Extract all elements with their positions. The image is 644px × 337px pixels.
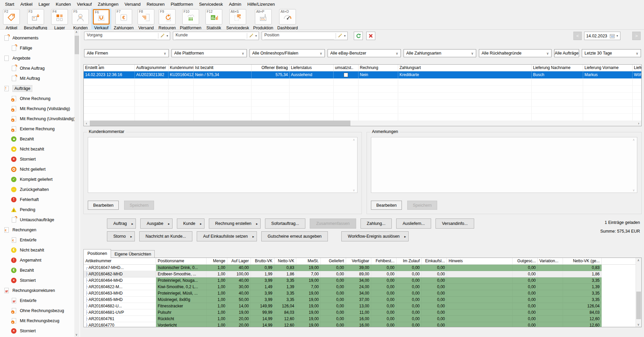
toolbar-button-verkauf[interactable]: F6Verkauf <box>91 8 111 31</box>
positions-column-header-netto-vk[interactable]: Netto-VK <box>274 258 296 264</box>
positions-column-header-brutto-vk[interactable]: Brutto-VK <box>251 258 274 264</box>
toolbar-button-retouren[interactable]: F9Retouren <box>157 8 177 31</box>
orders-column-header-liefe[interactable]: Liefe <box>633 65 642 71</box>
scroll-left-icon[interactable]: ‹ <box>84 121 89 125</box>
orders-column-header-erstellt-am[interactable]: Erstellt am∨ <box>84 65 135 71</box>
menu-item-hilfe-lizenzen[interactable]: Hilfe/Lizenzen <box>244 1 278 8</box>
sidebar-item-mit-rechnung-vollständig[interactable]: eMit Rechnung (Vollständig) <box>0 104 80 114</box>
filter-dropdown-alle-rückhaltegründe[interactable]: Alle Rückhaltegründe∨ <box>479 49 552 57</box>
filter-wand-icon[interactable] <box>160 33 165 39</box>
sidebar-scrollbar[interactable] <box>74 30 79 337</box>
sidebar-item-nicht-bezahlt[interactable]: €Nicht bezahlt <box>0 245 80 255</box>
sidebar-item-angemahnt[interactable]: !Angemahnt <box>0 255 80 265</box>
menu-button-auftrag[interactable]: Auftrag▸ <box>107 218 136 229</box>
date-field[interactable]: 14.02.2023 ▼ <box>584 32 620 40</box>
period-dropdown[interactable]: Letzte 30 Tage∨ <box>582 49 641 57</box>
menu-button-workflow-ereignis-auslösen[interactable]: Workflow-Ereignis auslösen▸ <box>341 231 409 241</box>
positions-column-header-einkaufsl[interactable]: Einkaufsl... <box>422 258 447 264</box>
sidebar-item-zurückgehalten[interactable]: ···Zurückgehalten <box>0 184 80 195</box>
sidebar-item-angebote[interactable]: Angebote <box>0 53 80 63</box>
table-row[interactable]: ├AR20160463-MHDProteinriegel, Müsli, ...… <box>84 290 641 297</box>
menu-item-versand[interactable]: Versand <box>121 1 144 8</box>
date-prev-button[interactable]: < <box>573 32 582 40</box>
sidebar-item-komplett-geliefert[interactable]: ✓Komplett geliefert <box>0 174 80 184</box>
orders-column-header-rechnung[interactable]: Rechnung <box>358 65 398 71</box>
menu-item-retouren[interactable]: Retouren <box>144 1 167 8</box>
positions-column-header-netto-vk-ge[interactable]: Netto-VK (ge... <box>563 258 602 264</box>
all-orders-filter-button[interactable]: Alle Aufträge <box>554 49 579 57</box>
edit-notes-button[interactable]: Bearbeiten <box>371 201 402 210</box>
positions-column-header-im-zulauf[interactable]: Im Zulauf <box>396 258 422 264</box>
positions-column-header-auf-lager[interactable]: Auf Lager <box>227 258 251 264</box>
sidebar-item-mit-auftrag[interactable]: Mit Auftrag <box>0 73 80 83</box>
positions-column-header-mwst[interactable]: MwSt. <box>296 258 321 264</box>
table-row[interactable]: ├AR201604682-U...Fitnesstracker1,0014,00… <box>84 303 641 309</box>
sidebar-item-storniert[interactable]: ×Storniert <box>0 275 80 285</box>
toolbar-button-beschaffung[interactable]: F3Beschaffung <box>22 8 49 31</box>
positions-column-header-geliefert[interactable]: Geliefert <box>321 258 346 264</box>
positions-column-header-verfügbar[interactable]: Verfügbar <box>346 258 371 264</box>
tab-eigene-übersichten[interactable]: Eigene Übersichten <box>111 250 155 258</box>
menu-button-storno[interactable]: Storno▸ <box>107 231 135 241</box>
button-nachricht-an-kunde[interactable]: Nachricht an Kunde... <box>139 231 192 241</box>
orders-horizontal-scrollbar[interactable]: ‹ › <box>84 121 641 126</box>
button-gutscheine-erneut-ausgeben[interactable]: Gutscheine erneut ausgeben <box>261 231 328 241</box>
search-input-vorgang[interactable]: Vorgang▼ <box>84 32 170 40</box>
scrollbar-thumb[interactable] <box>90 121 350 126</box>
filter-dropdown-alle-ebay-benutzer[interactable]: Alle eBay-Benutzer∨ <box>328 49 401 57</box>
sidebar-item-aufträge[interactable]: !Aufträge <box>0 83 80 94</box>
orders-column-header-kundennummer[interactable]: Kundennummer <box>168 65 194 71</box>
sidebar-item-rechnungskorrekturen[interactable]: Rechnungskorrekturen <box>0 285 80 296</box>
orders-column-header-offener-betrag[interactable]: Offener Betrag <box>252 65 290 71</box>
sidebar-item-externe-rechnung[interactable]: eExterne Rechnung <box>0 124 80 134</box>
menu-button-auf-einkaufsliste-setzen[interactable]: Auf Einkaufsliste setzen▸ <box>197 231 257 241</box>
positions-column-header-fehlbest[interactable]: Fehlbest... <box>371 258 396 264</box>
table-row[interactable]: ├AR201604770Vorderlicht1,0020,0014,9912,… <box>84 322 641 327</box>
orders-column-header-auftragsnummer[interactable]: Auftragsnummer <box>135 65 168 71</box>
toolbar-button-dashboard[interactable]: Alt+DDashboard <box>276 8 300 31</box>
menu-item-verkauf[interactable]: Verkauf <box>74 1 95 8</box>
sidebar-scrollbar-thumb[interactable] <box>75 36 79 54</box>
table-row[interactable]: ├AR20160465-MHDMüsliriegel, 8x80g1,0050,… <box>84 297 641 303</box>
sidebar-item-entwürfe[interactable]: Entwürfe <box>0 296 80 306</box>
table-row[interactable]: ├AR201604681-UVPPulsuhr1,0019,0099,9984,… <box>84 309 641 316</box>
sidebar-item-umtauschaufträge[interactable]: Umtauschaufträge <box>0 215 80 225</box>
toolbar-button-servicedesk[interactable]: Alt+SServicedesk <box>225 8 251 31</box>
filter-dropdown-alle-firmen[interactable]: Alle Firmen∨ <box>84 49 169 57</box>
positions-column-header-artikelnummer[interactable]: Artikelnummer <box>84 258 156 264</box>
scroll-right-icon[interactable]: › <box>636 121 641 125</box>
clear-filter-button[interactable] <box>366 32 375 40</box>
button-sofortauftrag[interactable]: Sofortauftrag... <box>265 218 306 229</box>
toolbar-button-artikel[interactable]: F2Artikel <box>1 8 22 31</box>
menu-item-plattformen[interactable]: Plattformen <box>167 1 196 8</box>
sidebar-item-nicht-geliefert[interactable]: Nicht geliefert <box>0 164 80 174</box>
sidebar-item-entwürfe[interactable]: €Entwürfe <box>0 235 80 245</box>
table-row[interactable]: 14.02.2023 12:36:16AU2023021382KU2016041… <box>84 71 641 78</box>
filter-dropdown-alle-plattformen[interactable]: Alle Plattformen∨ <box>172 49 247 57</box>
sidebar-item-pending[interactable]: ||Pending <box>0 205 80 215</box>
toolbar-button-versand[interactable]: F8Versand <box>136 8 156 31</box>
sidebar-item-bezahlt[interactable]: €Bezahlt <box>0 265 80 275</box>
positions-column-header-gutgesc[interactable]: Gutgesc... <box>513 258 538 264</box>
edit-comment-button[interactable]: Bearbeiten <box>88 201 119 210</box>
toolbar-button-statistik[interactable]: F12Statistik <box>204 8 224 31</box>
sidebar-item-mit-rechnung-unvollständig[interactable]: eMit Rechnung (Unvollständig) <box>0 114 80 124</box>
tab-positionen[interactable]: Positionen <box>83 249 111 258</box>
sidebar-item-bezahlt[interactable]: Bezahlt <box>0 134 80 144</box>
date-next-button[interactable]: > <box>632 32 641 40</box>
sidebar-item-storniert[interactable]: ×Storniert <box>0 326 80 336</box>
orders-column-header-lieferung-vorname[interactable]: Lieferung Vorname <box>583 65 633 71</box>
table-row[interactable]: ├AR201604622-M...Kiwi-Smoothie, 0,2 L...… <box>84 284 641 290</box>
menu-item-kunden[interactable]: Kunden <box>53 1 74 8</box>
menu-item-lager[interactable]: Lager <box>36 1 53 8</box>
orders-column-header-umsatzst[interactable]: umsatzst.. <box>334 65 358 71</box>
sidebar-item-nicht-bezahlt[interactable]: Nicht bezahlt <box>0 144 80 154</box>
menu-item-zahlungen[interactable]: Zahlungen <box>95 1 121 8</box>
menu-item-artikel[interactable]: Artikel <box>17 1 35 8</box>
sidebar-item-fehlerhaft[interactable]: !Fehlerhaft <box>0 195 80 205</box>
toolbar-button-plattformen[interactable]: F10Plattformen <box>178 8 203 31</box>
filter-dropdown-alle-onlineshops-filialen[interactable]: Alle Onlineshops/Filialen∨ <box>250 49 325 57</box>
table-row[interactable]: ├AR201604761Rücklicht1,0020,0014,9912,60… <box>84 316 641 322</box>
table-row[interactable]: ┌AR2016047-MHD...Isotonischer Drink, 0..… <box>84 265 641 271</box>
sidebar-item-storniert[interactable]: ×Storniert <box>0 154 80 164</box>
